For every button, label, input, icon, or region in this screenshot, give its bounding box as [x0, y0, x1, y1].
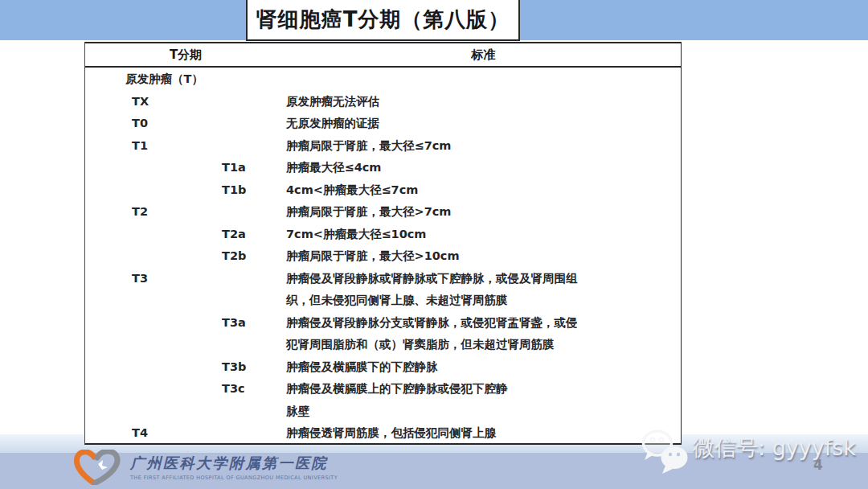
stage-label: T0 — [85, 113, 286, 135]
stage-criteria: 肿瘤侵及肾段静脉分支或肾静脉，或侵犯肾盂肾盏，或侵犯肾周围脂肪和（或）肾窦脂肪，… — [286, 312, 681, 356]
criteria-line: 脉壁 — [286, 401, 681, 423]
criteria-line: 肿瘤侵透肾周筋膜，包括侵犯同侧肾上腺 — [286, 422, 681, 445]
stage-criteria: 肿瘤最大径≤4cm — [286, 157, 681, 179]
table-row: T3b肿瘤侵及横膈膜下的下腔静脉 — [85, 356, 681, 379]
slide-title: 肾细胞癌T分期（第八版） — [256, 6, 510, 34]
stage-label: T3c — [85, 378, 286, 422]
criteria-line: 肿瘤局限于肾脏，最大径>10cm — [286, 245, 681, 268]
table-row: T3c肿瘤侵及横膈膜上的下腔静脉或侵犯下腔静脉壁 — [85, 378, 681, 422]
stage-criteria: 肿瘤侵及横膈膜下的下腔静脉 — [286, 356, 681, 379]
criteria-line: 肿瘤局限于肾脏，最大径>7cm — [286, 201, 681, 224]
stage-label: T1a — [85, 157, 286, 179]
column-header-stage: T分期 — [85, 47, 286, 63]
table-row: T0无原发肿瘤的证据 — [85, 113, 681, 135]
stage-criteria: 7cm<肿瘤最大径≤10cm — [286, 224, 681, 246]
table-row: T3a肿瘤侵及肾段静脉分支或肾静脉，或侵犯肾盂肾盏，或侵犯肾周围脂肪和（或）肾窦… — [85, 312, 681, 356]
criteria-line: 肿瘤侵及横膈膜上的下腔静脉或侵犯下腔静 — [286, 378, 681, 401]
stage-criteria: 肿瘤侵透肾周筋膜，包括侵犯同侧肾上腺 — [286, 422, 681, 445]
stage-criteria: 4cm<肿瘤最大径≤7cm — [286, 179, 681, 202]
stage-criteria: 肿瘤局限于肾脏，最大径≤7cm — [286, 135, 681, 158]
staging-table: T分期 标准 原发肿瘤（T） TX原发肿瘤无法评估T0无原发肿瘤的证据T1肿瘤局… — [84, 42, 682, 445]
table-row: T2b肿瘤局限于肾脏，最大径>10cm — [85, 245, 681, 268]
stage-criteria: 肿瘤侵及肾段静脉或肾静脉或下腔静脉，或侵及肾周围组织，但未侵犯同侧肾上腺、未超过… — [286, 268, 681, 312]
table-section-row: 原发肿瘤（T） — [85, 68, 681, 91]
criteria-line: 肿瘤局限于肾脏，最大径≤7cm — [286, 135, 681, 158]
criteria-line: 肿瘤最大径≤4cm — [286, 157, 681, 179]
table-row: T1a肿瘤最大径≤4cm — [85, 157, 681, 179]
hospital-names: 广州医科大学附属第一医院 THE FIRST AFFILIATED HOSPIT… — [130, 454, 338, 481]
stage-label: T3 — [85, 268, 286, 312]
stage-label: T4 — [85, 422, 286, 445]
hospital-name-cn: 广州医科大学附属第一医院 — [130, 454, 338, 473]
page-number: 4 — [802, 457, 834, 473]
stage-label: T1 — [85, 135, 286, 158]
stage-criteria: 肿瘤侵及横膈膜上的下腔静脉或侵犯下腔静脉壁 — [286, 378, 681, 422]
section-label: 原发肿瘤（T） — [85, 68, 286, 91]
criteria-line: 织，但未侵犯同侧肾上腺、未超过肾周筋膜 — [286, 290, 681, 312]
hospital-logo-block: 广州医科大学附属第一医院 THE FIRST AFFILIATED HOSPIT… — [74, 449, 338, 486]
criteria-line: 7cm<肿瘤最大径≤10cm — [286, 224, 681, 246]
table-header-row: T分期 标准 — [85, 43, 681, 68]
table-row: T4肿瘤侵透肾周筋膜，包括侵犯同侧肾上腺 — [85, 422, 681, 445]
stage-criteria: 无原发肿瘤的证据 — [286, 113, 681, 135]
criteria-line: 原发肿瘤无法评估 — [286, 91, 681, 113]
table-row: T1b4cm<肿瘤最大径≤7cm — [85, 179, 681, 202]
stage-criteria: 肿瘤局限于肾脏，最大径>10cm — [286, 245, 681, 268]
table-row: T2肿瘤局限于肾脏，最大径>7cm — [85, 201, 681, 224]
wechat-icon — [641, 429, 692, 476]
stage-criteria: 原发肿瘤无法评估 — [286, 91, 681, 113]
table-row: T3肿瘤侵及肾段静脉或肾静脉或下腔静脉，或侵及肾周围组织，但未侵犯同侧肾上腺、未… — [85, 268, 681, 312]
hospital-heart-logo-icon — [74, 450, 121, 485]
stage-label: T2 — [85, 201, 286, 224]
criteria-line: 犯肾周围脂肪和（或）肾窦脂肪，但未超过肾周筋膜 — [286, 334, 681, 356]
criteria-line: 肿瘤侵及肾段静脉分支或肾静脉，或侵犯肾盂肾盏，或侵 — [286, 312, 681, 335]
criteria-line: 4cm<肿瘤最大径≤7cm — [286, 179, 681, 202]
table-row: TX原发肿瘤无法评估 — [85, 91, 681, 113]
stage-label: T3b — [85, 356, 286, 379]
criteria-line: 肿瘤侵及横膈膜下的下腔静脉 — [286, 356, 681, 379]
stage-label: T2b — [85, 245, 286, 268]
criteria-line: 无原发肿瘤的证据 — [286, 113, 681, 135]
hospital-name-en: THE FIRST AFFILIATED HOSPITAL OF GUANGZH… — [130, 475, 338, 481]
stage-label: T1b — [85, 179, 286, 202]
stage-label: T3a — [85, 312, 286, 356]
slide-title-box: 肾细胞癌T分期（第八版） — [246, 0, 520, 41]
criteria-line: 肿瘤侵及肾段静脉或肾静脉或下腔静脉，或侵及肾周围组 — [286, 268, 681, 290]
stage-label: T2a — [85, 224, 286, 246]
table-row: T1肿瘤局限于肾脏，最大径≤7cm — [85, 135, 681, 158]
stage-label: TX — [85, 91, 286, 113]
stage-criteria: 肿瘤局限于肾脏，最大径>7cm — [286, 201, 681, 224]
staging-table-body: 原发肿瘤（T） TX原发肿瘤无法评估T0无原发肿瘤的证据T1肿瘤局限于肾脏，最大… — [85, 68, 681, 445]
column-header-criteria: 标准 — [286, 47, 681, 63]
table-row: T2a7cm<肿瘤最大径≤10cm — [85, 224, 681, 246]
